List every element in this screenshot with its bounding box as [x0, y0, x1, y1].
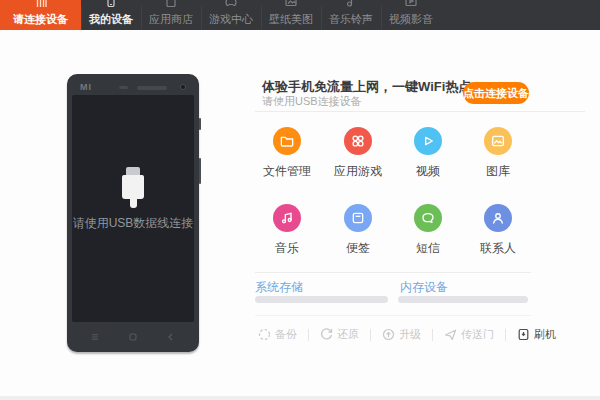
tab-label: 音乐铃声	[329, 13, 373, 30]
memory-device-bar	[398, 296, 528, 303]
contacts-icon	[484, 204, 512, 232]
tool-label: 备份	[275, 327, 297, 342]
video-icon	[405, 0, 417, 7]
shortcut-label: 短信	[391, 240, 465, 257]
toolbar-separator	[432, 329, 433, 341]
tab-label: 视频影音	[389, 13, 433, 30]
notes-icon	[344, 204, 372, 232]
shortcut-notes[interactable]: 便签	[321, 204, 395, 257]
phone-volume-button	[199, 158, 201, 184]
shortcut-label: 视频	[391, 163, 465, 180]
tab-game-center[interactable]: 游戏中心	[201, 0, 261, 30]
apps-icon	[344, 127, 372, 155]
back-icon	[167, 333, 175, 341]
tab-ringtone[interactable]: 音乐铃声	[321, 0, 381, 30]
tab-wallpaper[interactable]: 壁纸美图	[261, 0, 321, 30]
tool-label: 升级	[399, 327, 421, 342]
game-center-icon	[225, 0, 237, 7]
restore-icon	[320, 328, 333, 341]
tab-label: 壁纸美图	[269, 13, 313, 30]
backup-icon	[258, 328, 271, 341]
phone-nav-buttons	[67, 328, 199, 346]
mi-pc-suite-window: 请连接设备 我的设备 应用商店 游戏中心 壁纸美图	[0, 0, 600, 400]
portal-icon	[444, 328, 457, 341]
flash-button[interactable]: 刷机	[517, 327, 556, 342]
gallery-icon	[484, 127, 512, 155]
tab-label: 游戏中心	[209, 13, 253, 30]
shortcut-label: 应用游戏	[321, 163, 395, 180]
backup-button[interactable]: 备份	[258, 327, 297, 342]
tab-my-device[interactable]: 我的设备	[81, 0, 141, 30]
phone-earpiece	[137, 86, 167, 90]
tab-label: 请连接设备	[13, 13, 68, 30]
upgrade-button[interactable]: 升级	[382, 327, 421, 342]
shortcut-label: 图库	[461, 163, 535, 180]
shortcut-music[interactable]: 音乐	[250, 204, 324, 257]
usb-plug-icon	[72, 167, 194, 208]
tab-label: 我的设备	[89, 13, 133, 30]
connect-device-button[interactable]: 点击连接设备	[463, 82, 529, 104]
action-toolbar: 备份 还原 升级 传送门 刷机	[258, 327, 556, 342]
wallpaper-icon	[285, 0, 297, 7]
system-storage-label: 系统存储	[255, 279, 303, 296]
shortcut-video[interactable]: 视频	[391, 127, 465, 180]
usb-hint-subheading: 请使用USB连接设备	[262, 94, 362, 109]
menu-icon	[91, 333, 99, 341]
phone-illustration: MI 请使用USB数据线连接	[67, 74, 199, 352]
shortcut-label: 音乐	[250, 240, 324, 257]
phone-camera	[180, 84, 186, 90]
usb-connect-message: 请使用USB数据线连接	[72, 215, 194, 232]
ringtone-icon	[345, 0, 357, 7]
shortcut-label: 文件管理	[250, 163, 324, 180]
portal-button[interactable]: 传送门	[444, 327, 494, 342]
flash-icon	[517, 328, 530, 341]
top-navbar: 请连接设备 我的设备 应用商店 游戏中心 壁纸美图	[0, 0, 600, 30]
storage-divider	[255, 272, 531, 273]
connect-device-icon	[35, 0, 47, 7]
app-store-icon	[165, 0, 177, 7]
shortcut-contacts[interactable]: 联系人	[461, 204, 535, 257]
phone-screen: 请使用USB数据线连接	[72, 95, 194, 322]
phone-power-button	[199, 118, 201, 130]
mi-logo: MI	[80, 82, 92, 92]
phone-mic	[119, 86, 128, 89]
bottom-strip	[0, 396, 600, 400]
toolbar-separator	[308, 329, 309, 341]
shortcut-app-games[interactable]: 应用游戏	[321, 127, 395, 180]
toolbar-divider	[255, 315, 531, 316]
music-icon	[273, 204, 301, 232]
shortcut-label: 便签	[321, 240, 395, 257]
play-icon	[414, 127, 442, 155]
tool-label: 传送门	[461, 327, 494, 342]
shortcut-sms[interactable]: 短信	[391, 204, 465, 257]
sms-icon	[414, 204, 442, 232]
header-divider	[255, 111, 585, 112]
shortcut-file-manager[interactable]: 文件管理	[250, 127, 324, 180]
memory-device-label: 内存设备	[400, 279, 448, 296]
tab-app-store[interactable]: 应用商店	[141, 0, 201, 30]
tab-label: 应用商店	[149, 13, 193, 30]
tool-label: 还原	[337, 327, 359, 342]
upgrade-icon	[382, 328, 395, 341]
my-device-icon	[105, 0, 117, 7]
toolbar-separator	[505, 329, 506, 341]
tool-label: 刷机	[534, 327, 556, 342]
tab-connect-device[interactable]: 请连接设备	[0, 0, 81, 30]
folder-icon	[273, 127, 301, 155]
restore-button[interactable]: 还原	[320, 327, 359, 342]
shortcut-label: 联系人	[461, 240, 535, 257]
shortcut-gallery[interactable]: 图库	[461, 127, 535, 180]
tab-video-audio[interactable]: 视频影音	[381, 0, 441, 30]
system-storage-bar	[255, 296, 388, 303]
toolbar-separator	[370, 329, 371, 341]
home-icon	[129, 333, 137, 341]
